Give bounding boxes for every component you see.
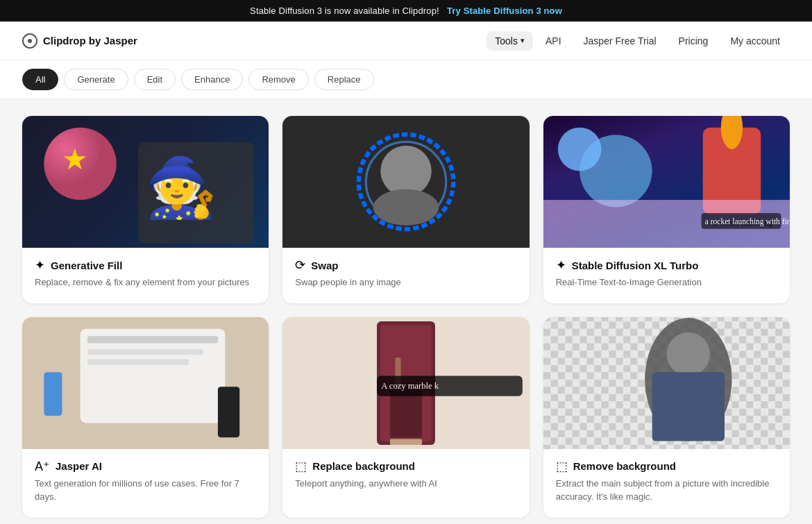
sdxl-title: Stable Diffusion XL Turbo: [572, 260, 699, 271]
card-generative-fill[interactable]: ✦ Generative Fill Replace, remove & fix …: [22, 116, 269, 303]
card-image-remove-bg: [543, 317, 790, 449]
generative-fill-icon: ✦: [35, 259, 45, 271]
replace-bg-desc: Teleport anything, anywhere with AI: [295, 477, 516, 491]
swap-icon: ⟳: [295, 259, 305, 271]
generative-fill-desc: Replace, remove & fix any element from y…: [35, 276, 256, 289]
tools-label: Tools: [495, 35, 518, 47]
card-remove-bg[interactable]: ⬚ Remove background Extract the main sub…: [543, 317, 790, 518]
swap-title: Swap: [311, 260, 338, 271]
card-image-jasper: [22, 317, 269, 449]
card-body-replace-bg: ⬚ Replace background Teleport anything, …: [282, 449, 529, 505]
card-body-remove-bg: ⬚ Remove background Extract the main sub…: [543, 449, 790, 518]
card-title-row: ✦ Generative Fill: [35, 259, 256, 271]
card-body-generative-fill: ✦ Generative Fill Replace, remove & fix …: [22, 248, 269, 303]
card-title-row-sdxl: ✦ Stable Diffusion XL Turbo: [556, 259, 777, 271]
banner-text: Stable Diffusion 3 is now available in C…: [250, 6, 439, 16]
card-title-row-replace-bg: ⬚ Replace background: [295, 460, 516, 473]
filter-edit[interactable]: Edit: [134, 69, 176, 90]
trial-link[interactable]: Jasper Free Trial: [574, 31, 666, 51]
card-image-swap: [282, 116, 529, 248]
filter-enhance[interactable]: Enhance: [181, 69, 243, 90]
card-title-row-jasper: A⁺ Jasper AI: [35, 460, 256, 473]
logo-icon: [22, 33, 37, 49]
filter-generate[interactable]: Generate: [64, 69, 128, 90]
announcement-banner: Stable Diffusion 3 is now available in C…: [0, 0, 812, 22]
jasper-desc: Text generation for millions of use case…: [35, 477, 256, 504]
replace-bg-icon: ⬚: [295, 460, 307, 473]
filter-replace[interactable]: Replace: [314, 69, 374, 90]
remove-bg-desc: Extract the main subject from a picture …: [556, 477, 777, 504]
replace-bg-title: Replace background: [312, 460, 415, 472]
card-body-sdxl: ✦ Stable Diffusion XL Turbo Real-Time Te…: [543, 248, 790, 303]
logo[interactable]: Clipdrop by Jasper: [22, 33, 137, 49]
navbar: Clipdrop by Jasper Tools ▾ API Jasper Fr…: [0, 22, 812, 60]
generative-fill-title: Generative Fill: [51, 260, 122, 271]
card-replace-bg[interactable]: ⬚ Replace background Teleport anything, …: [282, 317, 529, 518]
filter-bar: All Generate Edit Enhance Remove Replace: [0, 60, 812, 99]
card-body-swap: ⟳ Swap Swap people in any image: [282, 248, 529, 303]
remove-bg-icon: ⬚: [556, 460, 568, 473]
account-link[interactable]: My account: [720, 31, 790, 51]
card-image-replace-bg: [282, 317, 529, 449]
nav-links: Tools ▾ API Jasper Free Trial Pricing My…: [487, 31, 790, 51]
card-swap[interactable]: ⟳ Swap Swap people in any image: [282, 116, 529, 303]
tools-grid: ✦ Generative Fill Replace, remove & fix …: [0, 99, 812, 524]
jasper-title: Jasper AI: [56, 460, 102, 472]
card-title-row-remove-bg: ⬚ Remove background: [556, 460, 777, 473]
remove-bg-title: Remove background: [573, 460, 676, 472]
chevron-down-icon: ▾: [521, 36, 525, 45]
sdxl-desc: Real-Time Text-to-Image Generation: [556, 276, 777, 289]
card-sdxl-turbo[interactable]: ✦ Stable Diffusion XL Turbo Real-Time Te…: [543, 116, 790, 303]
sdxl-icon: ✦: [556, 259, 566, 271]
card-body-jasper: A⁺ Jasper AI Text generation for million…: [22, 449, 269, 518]
api-link[interactable]: API: [536, 31, 571, 51]
card-title-row-swap: ⟳ Swap: [295, 259, 516, 271]
filter-remove[interactable]: Remove: [248, 69, 308, 90]
jasper-icon: A⁺: [35, 460, 50, 473]
filter-all[interactable]: All: [22, 69, 58, 90]
card-image-generative-fill: [22, 116, 269, 248]
swap-desc: Swap people in any image: [295, 276, 516, 289]
logo-text: Clipdrop by Jasper: [43, 35, 137, 47]
banner-cta[interactable]: Try Stable Diffusion 3 now: [447, 6, 562, 16]
tools-dropdown[interactable]: Tools ▾: [487, 31, 533, 51]
card-jasper-ai[interactable]: A⁺ Jasper AI Text generation for million…: [22, 317, 269, 518]
card-image-sdxl: [543, 116, 790, 248]
pricing-link[interactable]: Pricing: [669, 31, 718, 51]
